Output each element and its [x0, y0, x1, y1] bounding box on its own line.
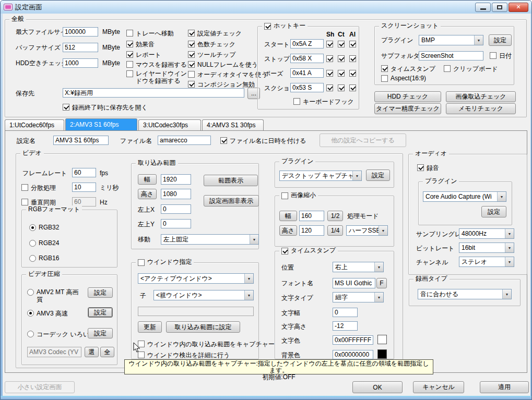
hotkey-screenshot-sh-checkbox[interactable]	[326, 84, 333, 91]
record-audio-checkbox[interactable]: 録音	[417, 164, 439, 173]
capture-height-input[interactable]: 1080	[161, 189, 191, 199]
framerate-input[interactable]: 60	[72, 168, 96, 177]
timestamp-enable-checkbox[interactable]	[281, 248, 288, 254]
amv2-config-button[interactable]: 設定	[88, 287, 113, 298]
hotkey-pause-al-checkbox[interactable]	[349, 70, 356, 77]
bg-color-swatch[interactable]	[377, 349, 387, 359]
hotkey-pause-sh-checkbox[interactable]	[326, 70, 333, 77]
codec-various-radio[interactable]: コーデック いろいろ	[27, 330, 96, 339]
audio-timer-checkbox[interactable]: オーディオタイマを使う	[188, 70, 268, 79]
hotkey-start-ct-checkbox[interactable]	[338, 41, 345, 47]
shrink-height-button[interactable]: 高さ	[279, 225, 297, 236]
date-checkbox[interactable]: 日付	[490, 52, 512, 60]
update-button[interactable]: 更新	[138, 321, 162, 333]
hotkey-stop-input[interactable]: 0x58 X	[290, 54, 324, 63]
aspect-checkbox[interactable]: Aspect(16:9)	[381, 75, 426, 82]
null-frame-checkbox[interactable]: NULLフレームを使う	[188, 60, 258, 69]
composition-off-checkbox[interactable]: コンポジション無効	[188, 80, 255, 89]
tab-3[interactable]: 3:UtCodec30fps	[138, 119, 201, 130]
color-depth-checkbox[interactable]: 色数チェック	[188, 40, 235, 49]
process-mode-select[interactable]: ハーフSSE ▼	[346, 225, 388, 236]
video-plugin-config-button[interactable]: 設定	[366, 169, 390, 181]
half-button[interactable]: 1/2	[327, 211, 343, 221]
font-name-input[interactable]: MS UI Gothic	[333, 278, 375, 288]
sound-effect-checkbox[interactable]: 効果音	[126, 40, 155, 49]
minimize-button[interactable]	[475, 3, 491, 12]
codec-select-button[interactable]: 選	[85, 347, 99, 357]
tooltip-checkbox[interactable]: ツールチップ	[188, 51, 235, 59]
memory-check-button[interactable]: メモリチェック	[446, 103, 516, 114]
target-window-select[interactable]: <アクティブウインドウ> ▼	[138, 273, 254, 284]
sampling-rate-select[interactable]: 48000Hz ▼	[459, 228, 514, 239]
apply-button[interactable]: 適用	[480, 381, 529, 393]
filename-datetime-checkbox[interactable]: ファイル名に日時を付ける	[220, 137, 306, 146]
tab-4[interactable]: 4:AMV3 S1 30fps	[202, 119, 264, 130]
child-window-select[interactable]: <親ウインドウ> ▼	[153, 290, 254, 300]
profile-name-input[interactable]: AMV3 S1 60fps	[53, 136, 109, 145]
dispersion-checkbox[interactable]: 分散処理	[21, 184, 56, 192]
hotkey-pause-input[interactable]: 0x41 A	[290, 68, 324, 78]
char-type-select[interactable]: 細字 ▼	[333, 292, 384, 302]
max-filesize-input[interactable]: 100000	[63, 27, 98, 37]
capture-x-input[interactable]: 0	[161, 204, 191, 214]
tray-move-checkbox[interactable]: トレーへ移動	[126, 29, 174, 38]
close-button[interactable]: ✕	[509, 3, 528, 12]
move-select[interactable]: 左上固定 ▼	[161, 234, 259, 245]
amv3-radio[interactable]: AMV3 高速	[27, 309, 68, 318]
video-plugin-select[interactable]: デスクトップ キャプチャー ▼	[279, 171, 362, 181]
layered-window-checkbox[interactable]: レイヤードウインドウを録画する	[126, 70, 192, 84]
rgb32-radio[interactable]: RGB32	[29, 224, 59, 231]
capture-width-button[interactable]: 幅	[138, 174, 157, 185]
hotkey-stop-ct-checkbox[interactable]	[338, 55, 345, 62]
hotkey-screenshot-ct-checkbox[interactable]	[338, 84, 345, 91]
keyboard-hook-checkbox[interactable]: キーボードフック	[293, 98, 354, 106]
hotkey-start-input[interactable]: 0x5A Z	[290, 39, 324, 49]
dispersion-input[interactable]: 10	[72, 183, 96, 192]
tab-1[interactable]: 1:UtCodec60fps	[5, 119, 64, 130]
file-name-input[interactable]: amarecco	[158, 136, 211, 145]
image-capture-check-button[interactable]: 画像取込チェック	[446, 91, 516, 102]
record-mouse-checkbox[interactable]: マウスを録画する	[126, 60, 187, 69]
hide-settings-button[interactable]: 設定画面非表示	[204, 195, 259, 207]
char-height-input[interactable]: -12	[333, 321, 358, 331]
screenshot-plugin-select[interactable]: BMP ▼	[419, 35, 483, 45]
cancel-button[interactable]: キャンセル	[413, 381, 464, 393]
subfolder-input[interactable]: ScreenShot	[419, 51, 483, 60]
set-capture-range-button[interactable]: 取り込み範囲に設定	[166, 321, 240, 333]
rec-type-select[interactable]: 音に合わせる ▼	[418, 289, 512, 299]
hotkey-start-al-checkbox[interactable]	[349, 41, 356, 47]
rgb16-radio[interactable]: RGB16	[29, 254, 59, 262]
capture-height-button[interactable]: 高さ	[138, 189, 157, 199]
audio-plugin-config-button[interactable]: 設定	[481, 206, 506, 217]
shrink-enable-checkbox[interactable]	[281, 192, 288, 199]
text-color-input[interactable]: 0x00FFFFFF	[333, 335, 373, 345]
detect-detail-checkbox[interactable]: ウインドウ検出を詳細に行う	[138, 351, 230, 360]
hotkey-stop-al-checkbox[interactable]	[349, 55, 356, 62]
amv3-config-button[interactable]: 設定	[88, 307, 113, 318]
text-color-swatch[interactable]	[377, 335, 387, 344]
window-spec-enable-checkbox[interactable]	[138, 259, 145, 266]
hotkey-screenshot-al-checkbox[interactable]	[349, 84, 356, 91]
shrink-height-input[interactable]: 120	[299, 225, 324, 236]
hotkey-stop-sh-checkbox[interactable]	[326, 55, 333, 62]
amv2-radio[interactable]: AMV2 MT 高画質	[27, 288, 85, 303]
position-select[interactable]: 右上 ▼	[333, 262, 384, 272]
tab-2[interactable]: 2:AMV3 S1 60fps	[65, 118, 137, 130]
value-check-checkbox[interactable]: 設定値チェック	[188, 29, 242, 38]
rgb24-radio[interactable]: RGB24	[29, 239, 59, 247]
ok-button[interactable]: OK	[352, 381, 403, 393]
codec-config-button[interactable]: 設定	[88, 328, 113, 338]
shrink-width-input[interactable]: 160	[299, 211, 324, 221]
report-checkbox[interactable]: レポート	[126, 51, 161, 59]
hotkey-enable-checkbox[interactable]	[264, 23, 271, 30]
capture-y-input[interactable]: 0	[161, 219, 191, 228]
bitrate-select[interactable]: 16bit ▼	[459, 243, 514, 253]
quarter-button[interactable]: 1/4	[327, 225, 343, 236]
buffer-size-input[interactable]: 512	[63, 43, 98, 52]
copy-settings-button[interactable]: 他の設定へコピーする	[320, 134, 406, 147]
hotkey-start-sh-checkbox[interactable]	[326, 41, 333, 47]
hotkey-screenshot-input[interactable]: 0x53 S	[290, 83, 324, 92]
timer-precision-check-button[interactable]: タイマー精度チェック	[374, 103, 441, 114]
open-dest-checkbox[interactable]: 録画終了時に保存先を開く	[63, 103, 148, 112]
screenshot-config-button[interactable]: 設定	[489, 34, 512, 46]
